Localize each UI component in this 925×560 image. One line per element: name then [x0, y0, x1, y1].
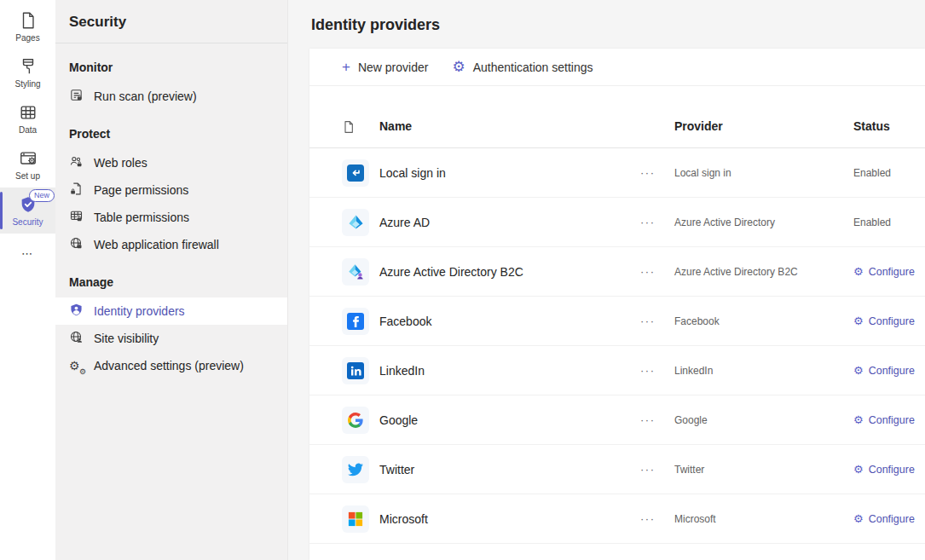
rail-item-set-up[interactable]: Set up: [0, 141, 55, 188]
row-provider: Google: [674, 414, 853, 426]
new-badge: New: [29, 189, 55, 202]
sidebar-item-advanced-settings[interactable]: ⚙︎⚙︎ Advanced settings (preview): [55, 352, 287, 379]
rail-more-button[interactable]: ⋯: [0, 234, 55, 274]
paintbrush-icon: [19, 57, 38, 76]
table-header: Name Provider Status: [309, 86, 925, 148]
configure-label: Configure: [869, 365, 915, 377]
row-name: Azure AD: [379, 216, 640, 229]
rail-item-pages[interactable]: Pages: [0, 3, 55, 49]
configure-link[interactable]: ⚙︎Configure: [853, 365, 915, 377]
linkedin-icon: [342, 357, 369, 384]
configure-link[interactable]: ⚙︎Configure: [853, 464, 915, 476]
left-rail: Pages Styling Data Set up New Security ⋯: [0, 0, 55, 560]
sidebar-item-table-permissions[interactable]: Table permissions: [55, 204, 287, 231]
configure-link[interactable]: ⚙︎Configure: [853, 414, 915, 426]
row-provider: Microsoft: [674, 513, 853, 525]
plus-icon: +: [342, 60, 350, 74]
sidebar-item-run-scan[interactable]: Run scan (preview): [55, 83, 287, 110]
sidebar-item-label: Identity providers: [94, 304, 185, 318]
table-row[interactable]: Facebook ··· Facebook ⚙︎Configure: [309, 297, 925, 346]
gear-icon: ⚙︎: [853, 464, 864, 475]
row-provider: Local sign in: [674, 167, 853, 179]
sidebar-item-label: Web application firewall: [94, 238, 219, 251]
sidebar-item-label: Table permissions: [94, 211, 189, 224]
row-more-button[interactable]: ···: [640, 166, 674, 179]
configure-link[interactable]: ⚙︎Configure: [853, 266, 915, 278]
row-more-button[interactable]: ···: [640, 463, 674, 476]
globe-person-icon: [69, 330, 84, 347]
main-content: Identity providers + New provider ⚙︎ Aut…: [288, 0, 925, 560]
authentication-settings-button[interactable]: ⚙︎ Authentication settings: [452, 60, 593, 74]
row-more-button[interactable]: ···: [640, 265, 674, 278]
table-row[interactable]: Local sign in ··· Local sign in Enabled: [309, 148, 925, 198]
setup-window-gear-icon: [19, 149, 38, 168]
configure-link[interactable]: ⚙︎Configure: [853, 315, 915, 327]
row-provider: Twitter: [674, 464, 853, 476]
table-lock-icon: [69, 209, 84, 226]
rail-item-styling[interactable]: Styling: [0, 49, 55, 95]
configure-label: Configure: [869, 513, 915, 525]
globe-lock-icon: [69, 236, 84, 253]
rail-item-label: Set up: [15, 171, 40, 181]
row-provider: Facebook: [674, 315, 853, 327]
azure-ad-icon: [342, 209, 369, 236]
new-provider-button[interactable]: + New provider: [342, 60, 428, 74]
sidebar-item-label: Page permissions: [94, 183, 188, 197]
pages-icon: [19, 11, 38, 30]
sidebar-item-identity-providers[interactable]: Identity providers: [55, 297, 287, 325]
row-more-button[interactable]: ···: [640, 512, 674, 525]
identity-providers-card: + New provider ⚙︎ Authentication setting…: [309, 49, 925, 560]
rail-item-label: Pages: [15, 33, 39, 43]
rail-item-label: Security: [12, 217, 43, 227]
table-row[interactable]: Twitter ··· Twitter ⚙︎Configure: [309, 445, 925, 494]
sidebar-item-site-visibility[interactable]: Site visibility: [55, 325, 287, 352]
table-row[interactable]: Microsoft ··· Microsoft ⚙︎Configure: [309, 494, 925, 544]
microsoft-icon: [342, 505, 369, 533]
rail-item-data[interactable]: Data: [0, 95, 55, 141]
gear-icon: ⚙︎: [853, 315, 864, 326]
local-sign-in-icon: [342, 159, 369, 187]
rail-item-label: Data: [19, 125, 37, 135]
document-icon: [342, 120, 379, 133]
toolbar: + New provider ⚙︎ Authentication setting…: [309, 49, 925, 86]
row-provider: Azure Active Directory B2C: [674, 266, 853, 278]
row-name: Twitter: [379, 463, 640, 476]
row-name: Facebook: [379, 315, 640, 328]
sidebar-item-web-application-firewall[interactable]: Web application firewall: [55, 231, 287, 258]
gear-icon: ⚙︎: [853, 414, 864, 425]
column-header-status[interactable]: Status: [853, 119, 908, 133]
row-more-button[interactable]: ···: [640, 216, 674, 228]
row-name: Azure Active Directory B2C: [379, 265, 640, 279]
table-row[interactable]: Google ··· Google ⚙︎Configure: [309, 395, 925, 445]
configure-link[interactable]: ⚙︎Configure: [853, 513, 915, 525]
sidebar-title: Security: [55, 0, 287, 43]
row-more-button[interactable]: ···: [640, 364, 674, 377]
authentication-settings-label: Authentication settings: [473, 61, 593, 74]
column-header-name[interactable]: Name: [379, 119, 640, 133]
azure-ad-b2c-icon: [342, 258, 369, 286]
facebook-icon: [342, 308, 369, 335]
gear-icon: ⚙︎: [853, 513, 864, 524]
table-row[interactable]: Azure AD ··· Azure Active Directory Enab…: [309, 198, 925, 247]
sidebar-item-web-roles[interactable]: Web roles: [55, 149, 287, 176]
configure-label: Configure: [869, 266, 915, 278]
table-row[interactable]: LinkedIn ··· LinkedIn ⚙︎Configure: [309, 346, 925, 395]
shield-person-icon: [69, 303, 84, 320]
status-text: Enabled: [853, 216, 908, 228]
page-title: Identity providers: [288, 0, 925, 49]
twitter-icon: [342, 456, 369, 483]
rail-item-security[interactable]: New Security: [0, 188, 55, 234]
gear-icon: ⚙︎: [853, 266, 864, 277]
row-more-button[interactable]: ···: [640, 315, 674, 327]
row-name: Local sign in: [379, 166, 640, 180]
sidebar-item-page-permissions[interactable]: Page permissions: [55, 176, 287, 204]
configure-label: Configure: [869, 315, 915, 327]
gear-icon: ⚙︎: [452, 60, 465, 74]
row-name: LinkedIn: [379, 364, 640, 378]
configure-label: Configure: [869, 464, 915, 476]
row-provider: Azure Active Directory: [674, 216, 853, 228]
row-more-button[interactable]: ···: [640, 413, 674, 426]
column-header-provider[interactable]: Provider: [674, 119, 853, 133]
table-row[interactable]: Azure Active Directory B2C ··· Azure Act…: [309, 247, 925, 297]
rail-item-label: Styling: [14, 79, 40, 89]
